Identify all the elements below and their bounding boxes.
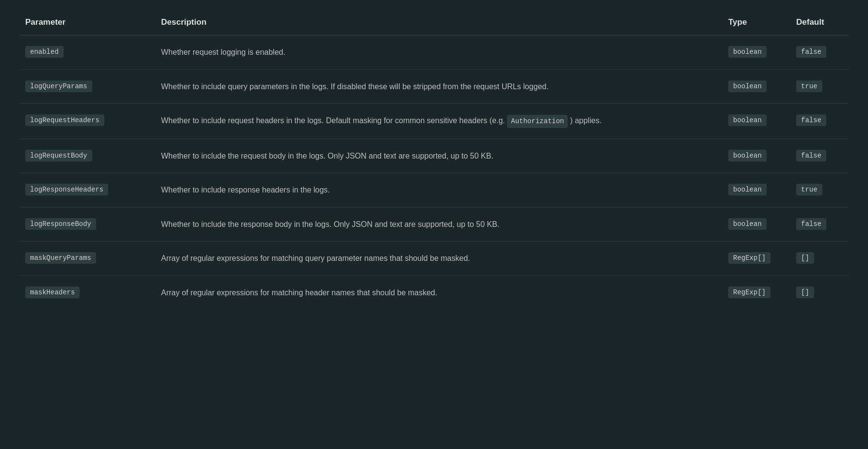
param-badge: logRequestHeaders — [25, 114, 104, 126]
table-row: logRequestBodyWhether to include the req… — [19, 139, 849, 173]
header-parameter: Parameter — [19, 10, 155, 35]
type-cell: boolean — [722, 139, 790, 173]
type-badge: boolean — [728, 184, 767, 195]
type-cell: boolean — [722, 104, 790, 139]
param-cell: logRequestBody — [19, 139, 155, 173]
table-row: logResponseHeadersWhether to include res… — [19, 173, 849, 208]
default-badge: false — [796, 150, 826, 161]
default-cell: [] — [790, 275, 849, 309]
header-description: Description — [155, 10, 722, 35]
type-badge: boolean — [728, 80, 767, 92]
header-default: Default — [790, 10, 849, 35]
desc-text: Whether to include query parameters in t… — [161, 82, 549, 91]
table-header-row: Parameter Description Type Default — [19, 10, 849, 35]
desc-cell: Whether to include the response body in … — [155, 207, 722, 241]
param-badge: enabled — [25, 46, 64, 58]
desc-cell: Whether to include response headers in t… — [155, 173, 722, 208]
desc-cell: Array of regular expressions for matchin… — [155, 275, 722, 309]
table-row: maskQueryParamsArray of regular expressi… — [19, 241, 849, 276]
param-badge: logRequestBody — [25, 150, 92, 161]
type-cell: RegExp[] — [722, 275, 790, 309]
param-badge: logResponseBody — [25, 218, 96, 230]
type-badge: boolean — [728, 150, 767, 161]
default-cell: false — [790, 139, 849, 173]
param-cell: logResponseBody — [19, 207, 155, 241]
param-badge: maskQueryParams — [25, 252, 96, 264]
table-row: enabledWhether request logging is enable… — [19, 35, 849, 70]
param-badge: logQueryParams — [25, 80, 92, 92]
type-badge: boolean — [728, 114, 767, 126]
desc-cell: Whether to include request headers in th… — [155, 104, 722, 139]
params-table: Parameter Description Type Default enabl… — [19, 10, 849, 310]
type-badge: RegExp[] — [728, 287, 770, 298]
default-cell: true — [790, 69, 849, 104]
default-badge: false — [796, 46, 826, 58]
default-cell: true — [790, 173, 849, 208]
type-cell: boolean — [722, 69, 790, 104]
default-cell: false — [790, 35, 849, 70]
default-badge: [] — [796, 287, 814, 298]
header-type: Type — [722, 10, 790, 35]
param-cell: enabled — [19, 35, 155, 70]
desc-cell: Whether request logging is enabled. — [155, 35, 722, 70]
type-cell: RegExp[] — [722, 241, 790, 276]
default-cell: false — [790, 104, 849, 139]
desc-text: Whether to include the request body in t… — [161, 152, 493, 160]
default-badge: true — [796, 80, 822, 92]
param-cell: logResponseHeaders — [19, 173, 155, 208]
type-badge: boolean — [728, 218, 767, 230]
type-badge: boolean — [728, 46, 767, 58]
type-badge: RegExp[] — [728, 252, 770, 264]
table-row: logRequestHeadersWhether to include requ… — [19, 104, 849, 139]
desc-text: Whether to include request headers in th… — [161, 116, 602, 125]
inline-code: Authorization — [507, 115, 568, 128]
desc-text: Array of regular expressions for matchin… — [161, 254, 470, 262]
default-badge: false — [796, 114, 826, 126]
default-badge: [] — [796, 252, 814, 264]
default-cell: false — [790, 207, 849, 241]
table-row: logQueryParamsWhether to include query p… — [19, 69, 849, 104]
type-cell: boolean — [722, 35, 790, 70]
desc-text: Whether request logging is enabled. — [161, 48, 285, 56]
default-badge: true — [796, 184, 822, 195]
param-badge: maskHeaders — [25, 287, 80, 298]
default-cell: [] — [790, 241, 849, 276]
desc-cell: Whether to include the request body in t… — [155, 139, 722, 173]
type-cell: boolean — [722, 207, 790, 241]
params-table-container: Parameter Description Type Default enabl… — [0, 0, 868, 320]
desc-text: Whether to include the response body in … — [161, 220, 499, 228]
desc-text: Whether to include response headers in t… — [161, 186, 330, 194]
desc-cell: Whether to include query parameters in t… — [155, 69, 722, 104]
param-cell: logQueryParams — [19, 69, 155, 104]
desc-text: Array of regular expressions for matchin… — [161, 289, 437, 297]
type-cell: boolean — [722, 173, 790, 208]
default-badge: false — [796, 218, 826, 230]
desc-cell: Array of regular expressions for matchin… — [155, 241, 722, 276]
param-cell: maskHeaders — [19, 275, 155, 309]
table-row: maskHeadersArray of regular expressions … — [19, 275, 849, 309]
param-cell: maskQueryParams — [19, 241, 155, 276]
table-row: logResponseBodyWhether to include the re… — [19, 207, 849, 241]
param-badge: logResponseHeaders — [25, 184, 108, 195]
param-cell: logRequestHeaders — [19, 104, 155, 139]
